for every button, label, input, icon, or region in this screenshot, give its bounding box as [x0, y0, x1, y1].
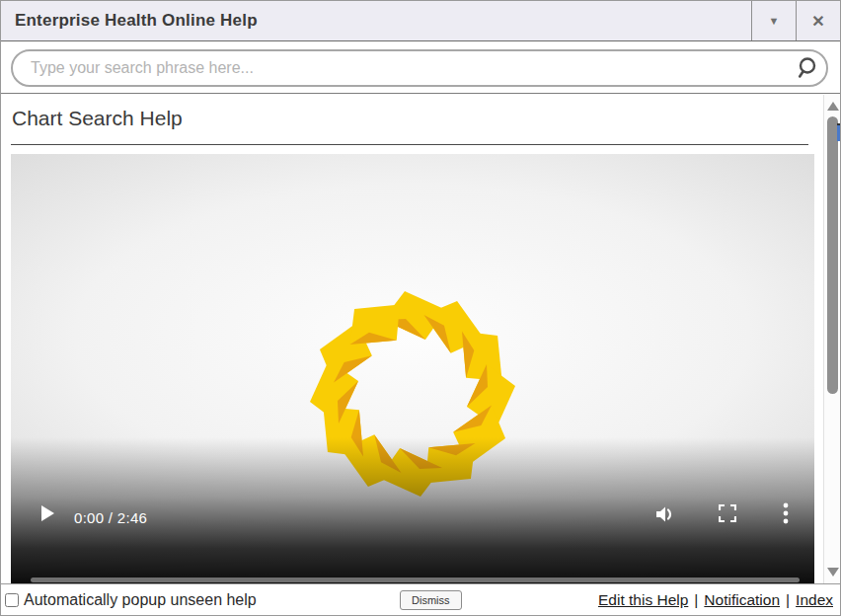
vertical-scrollbar[interactable] [823, 95, 840, 585]
search-icon [796, 56, 818, 80]
play-button[interactable] [40, 505, 54, 525]
page-title: Chart Search Help [12, 107, 183, 130]
scrollbar-thumb[interactable] [827, 116, 838, 394]
footer-bar: Automatically popup unseen help Dismiss … [1, 583, 840, 615]
notification-link[interactable]: Notification [704, 591, 780, 609]
clipped-link-fragment [837, 123, 840, 141]
search-button[interactable] [787, 56, 826, 80]
index-link[interactable]: Index [796, 591, 833, 609]
volume-button[interactable] [654, 505, 676, 527]
auto-popup-checkbox[interactable] [5, 593, 19, 607]
heading-divider [11, 144, 808, 145]
edit-help-link[interactable]: Edit this Help [598, 591, 688, 609]
video-time-display: 0:00 / 2:46 [74, 509, 147, 526]
link-separator: | [786, 591, 790, 609]
scroll-up-arrow-icon[interactable] [827, 102, 839, 111]
play-icon [40, 505, 54, 521]
more-options-button[interactable] [783, 502, 789, 528]
chevron-down-icon: ▼ [769, 15, 780, 27]
kebab-menu-icon [783, 502, 789, 524]
fullscreen-button[interactable] [719, 504, 736, 526]
collapse-button[interactable]: ▼ [751, 1, 796, 40]
footer-links: Edit this Help | Notification | Index [598, 584, 833, 616]
search-input[interactable] [13, 59, 787, 77]
window-title: Enterprise Health Online Help [1, 1, 751, 40]
volume-icon [654, 505, 676, 523]
scroll-down-arrow-icon[interactable] [827, 568, 839, 577]
titlebar: Enterprise Health Online Help ▼ ✕ [1, 1, 840, 41]
auto-popup-label: Automatically popup unseen help [24, 591, 257, 609]
fullscreen-icon [719, 504, 736, 522]
close-icon: ✕ [811, 12, 824, 31]
help-video-player[interactable]: 0:00 / 2:46 [11, 154, 814, 585]
search-bar-row [1, 42, 840, 94]
link-separator: | [694, 591, 698, 609]
dismiss-button[interactable]: Dismiss [400, 590, 462, 610]
video-progress-bar[interactable] [31, 578, 800, 582]
help-window: Enterprise Health Online Help ▼ ✕ Chart … [0, 0, 841, 616]
search-pill [11, 49, 828, 87]
close-button[interactable]: ✕ [796, 1, 840, 40]
help-content-area: Chart Search Help [1, 94, 840, 585]
